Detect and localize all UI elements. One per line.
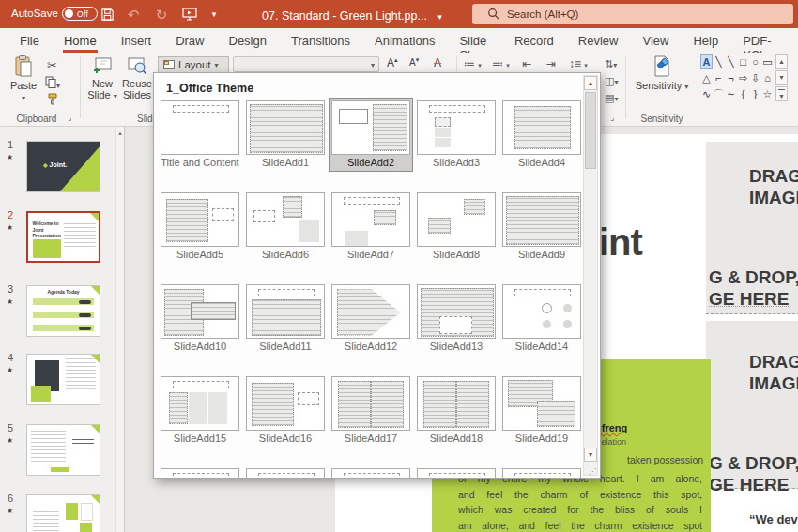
layout-item-slideadd5[interactable]: SlideAdd5 bbox=[159, 190, 241, 263]
shape-item-10[interactable]: ⇩ bbox=[749, 70, 761, 85]
tab-view[interactable]: View bbox=[630, 28, 681, 53]
tab-slide-show[interactable]: Slide Show bbox=[447, 28, 502, 53]
undo-button[interactable]: ↶ bbox=[124, 5, 143, 23]
layout-item-slideadd14[interactable]: SlideAdd14 bbox=[500, 282, 583, 355]
layout-item-slideadd6[interactable]: SlideAdd6 bbox=[244, 190, 327, 263]
search-input[interactable]: Search (Alt+Q) bbox=[472, 4, 793, 24]
layout-item-slideadd7[interactable]: SlideAdd7 bbox=[330, 190, 412, 263]
gallery-scrollbar[interactable]: ▲ ▼ bbox=[583, 75, 598, 476]
layout-item-title-and-content[interactable]: Title and Content bbox=[159, 99, 241, 171]
format-painter-button[interactable] bbox=[47, 93, 59, 107]
shape-item-1[interactable]: ╲ bbox=[713, 54, 725, 69]
slide-thumbnail-6[interactable] bbox=[26, 494, 100, 532]
layout-item-slideadd12[interactable]: SlideAdd12 bbox=[330, 282, 412, 355]
shape-item-11[interactable]: ⌂ bbox=[761, 70, 774, 85]
shape-item-5[interactable]: ▭ bbox=[761, 54, 774, 69]
layout-item-slideadd19[interactable]: SlideAdd19 bbox=[500, 374, 583, 447]
autosave-toggle[interactable]: Off bbox=[62, 7, 98, 21]
shape-item-3[interactable]: □ bbox=[737, 54, 749, 69]
layout-item-slideadd17[interactable]: SlideAdd17 bbox=[330, 374, 412, 447]
shape-item-7[interactable]: ⌐ bbox=[713, 70, 725, 85]
shape-item-13[interactable]: ⌒ bbox=[713, 86, 725, 101]
tab-insert[interactable]: Insert bbox=[109, 28, 164, 53]
reuse-slides-button[interactable]: Reuse Slides bbox=[120, 55, 154, 100]
numbering-button[interactable]: ≕ ▾ bbox=[492, 57, 510, 70]
layout-item-slideadd9[interactable]: SlideAdd9 bbox=[500, 190, 583, 263]
layout-item-slideadd16[interactable]: SlideAdd16 bbox=[244, 374, 327, 447]
layout-button[interactable]: Layout ▾ bbox=[158, 56, 229, 73]
layout-item-slideadd8[interactable]: SlideAdd8 bbox=[415, 190, 498, 263]
shape-item-14[interactable]: ∼ bbox=[725, 86, 737, 101]
layout-item-slideadd15[interactable]: SlideAdd15 bbox=[159, 374, 241, 447]
slide-panel-scrollbar[interactable]: ▲ bbox=[115, 127, 124, 532]
shape-item-6[interactable]: △ bbox=[700, 70, 713, 85]
align-text-button[interactable]: ◫▾ bbox=[605, 75, 618, 87]
text-direction-button[interactable]: ⇅▾ bbox=[605, 58, 617, 70]
cut-button[interactable]: ✂ bbox=[47, 59, 57, 71]
tab-design[interactable]: Design bbox=[217, 28, 279, 53]
sensitivity-button[interactable]: Sensitivity ▾ bbox=[629, 55, 695, 91]
tab-review[interactable]: Review bbox=[566, 28, 631, 53]
shapes-more-button[interactable]: ▼ bbox=[775, 86, 788, 101]
slide-thumbnail-4[interactable] bbox=[26, 354, 100, 405]
tab-record[interactable]: Record bbox=[502, 28, 566, 53]
save-button[interactable] bbox=[98, 5, 116, 23]
line-spacing-button[interactable]: ↕≡ ▾ bbox=[569, 57, 588, 70]
gallery-scroll-down-button[interactable]: ▼ bbox=[584, 448, 597, 462]
slide-thumbnail-5[interactable] bbox=[26, 424, 100, 476]
layout-item[interactable] bbox=[500, 466, 583, 479]
redo-button[interactable]: ↻ bbox=[152, 5, 171, 23]
layout-item-slideadd13[interactable]: SlideAdd13 bbox=[415, 282, 498, 355]
shape-item-15[interactable]: { bbox=[737, 86, 749, 101]
shape-item-2[interactable]: ╲ bbox=[725, 54, 737, 69]
shapes-scroll-down-button[interactable]: ▼ bbox=[775, 70, 788, 85]
layout-item[interactable] bbox=[159, 466, 241, 479]
layout-item-slideadd3[interactable]: SlideAdd3 bbox=[415, 99, 498, 171]
shape-item-17[interactable]: ☆ bbox=[761, 86, 774, 101]
layout-item[interactable] bbox=[244, 466, 327, 479]
shape-item-4[interactable]: ○ bbox=[749, 54, 761, 69]
tab-pdf-xchange[interactable]: PDF-XChange bbox=[730, 28, 798, 53]
shape-item-16[interactable]: } bbox=[749, 86, 761, 101]
decrease-indent-button[interactable]: ⇤ bbox=[522, 57, 531, 70]
paste-button[interactable]: Paste ▾ bbox=[6, 55, 41, 102]
shape-item-12[interactable]: ∿ bbox=[700, 86, 713, 101]
increase-indent-button[interactable]: ⇥ bbox=[546, 57, 556, 70]
shapes-scroll-up-button[interactable]: ▲ bbox=[775, 54, 788, 69]
font-combo[interactable]: ▾ bbox=[233, 56, 379, 72]
convert-smartart-button[interactable]: ▤▾ bbox=[605, 92, 618, 104]
tab-home[interactable]: Home bbox=[52, 28, 109, 53]
new-slide-button[interactable]: New Slide ▾ bbox=[84, 55, 120, 102]
shape-item-9[interactable]: ⇨ bbox=[737, 70, 749, 85]
shape-item-8[interactable]: ¬ bbox=[725, 70, 737, 85]
layout-item-slideadd11[interactable]: SlideAdd11 bbox=[244, 282, 327, 355]
gallery-scroll-thumb[interactable] bbox=[585, 92, 596, 169]
gallery-scroll-up-button[interactable]: ▲ bbox=[584, 76, 597, 90]
copy-button[interactable]: ▾ bbox=[45, 76, 60, 90]
layout-item[interactable] bbox=[415, 466, 498, 479]
layout-item-slideadd18[interactable]: SlideAdd18 bbox=[415, 374, 498, 447]
shrink-font-button[interactable]: A▾ bbox=[409, 56, 419, 72]
tab-draw[interactable]: Draw bbox=[163, 28, 216, 53]
slide-thumbnail-1[interactable]: ◆Joint. bbox=[26, 141, 100, 192]
bullets-button[interactable]: ≔ ▾ bbox=[464, 57, 482, 70]
tab-animations[interactable]: Animations bbox=[362, 28, 447, 53]
tab-transitions[interactable]: Transitions bbox=[279, 28, 362, 53]
layout-item-slideadd4[interactable]: SlideAdd4 bbox=[500, 99, 583, 171]
start-slideshow-button[interactable] bbox=[180, 5, 199, 23]
tab-file[interactable]: File bbox=[8, 28, 52, 53]
layout-item-slideadd1[interactable]: SlideAdd1 bbox=[244, 99, 327, 171]
shape-item-0[interactable]: A bbox=[700, 54, 713, 69]
gallery-resize-grip[interactable]: ⋰ bbox=[589, 467, 597, 476]
layout-item[interactable] bbox=[330, 466, 412, 479]
tab-help[interactable]: Help bbox=[681, 28, 730, 53]
layout-item-slideadd2[interactable]: SlideAdd2 bbox=[330, 99, 412, 171]
clear-formatting-button[interactable]: A bbox=[434, 56, 441, 72]
clipboard-dialog-launcher[interactable]: ⌟ bbox=[68, 113, 71, 122]
slide-thumbnail-3[interactable]: Agenda Today bbox=[26, 285, 100, 337]
document-title-area[interactable]: 07. Standard - Green Light.pp... ▾ bbox=[221, 7, 483, 23]
grow-font-button[interactable]: A▴ bbox=[387, 56, 398, 72]
layout-item-slideadd10[interactable]: SlideAdd10 bbox=[159, 282, 241, 355]
paragraph-dialog-launcher[interactable]: ⌟ bbox=[610, 113, 614, 122]
slide-thumbnail-2[interactable]: Welcome to Joint Presentation bbox=[26, 211, 100, 263]
